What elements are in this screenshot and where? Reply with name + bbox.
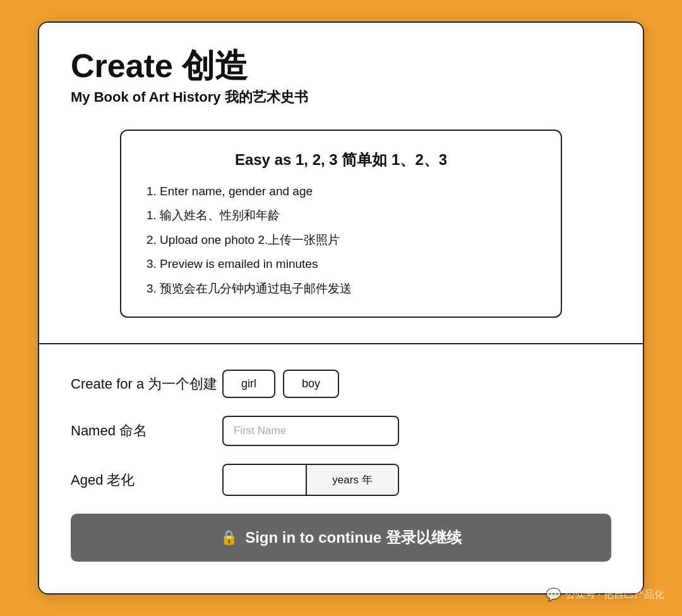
wechat-icon: 💬 — [546, 587, 561, 602]
age-input-group: years 年 — [222, 464, 399, 496]
instruction-line-3: 2. Upload one photo 2.上传一张照片 — [147, 231, 535, 250]
age-label: Aged 老化 — [71, 471, 222, 490]
age-row: Aged 老化 years 年 — [71, 464, 611, 496]
sign-in-button[interactable]: 🔒 Sign in to continue 登录以继续 — [71, 514, 611, 562]
boy-button[interactable]: boy — [283, 370, 339, 398]
gender-buttons: girl boy — [222, 370, 339, 398]
name-row: Named 命名 — [71, 416, 611, 446]
top-section: Create 创造 My Book of Art History 我的艺术史书 … — [39, 23, 643, 345]
sign-in-label: Sign in to continue 登录以继续 — [245, 528, 462, 548]
first-name-input[interactable] — [222, 416, 399, 446]
gender-row: Create for a 为一个创建 girl boy — [71, 370, 611, 398]
instruction-line-4: 3. Preview is emailed in minutes — [147, 255, 535, 274]
girl-button[interactable]: girl — [222, 370, 275, 398]
page-title: Create 创造 — [71, 48, 611, 84]
wechat-footer: 💬 公众号 · 把自己产品化 — [546, 587, 664, 602]
instructions-heading: Easy as 1, 2, 3 简单如 1、2、3 — [147, 150, 535, 170]
form-section: Create for a 为一个创建 girl boy Named 命名 Age… — [39, 344, 643, 593]
instructions-box: Easy as 1, 2, 3 简单如 1、2、3 1. Enter name,… — [120, 130, 562, 318]
lock-icon: 🔒 — [220, 529, 237, 546]
instruction-line-2: 1. 输入姓名、性别和年龄 — [147, 207, 535, 225]
instruction-line-5: 3. 预览会在几分钟内通过电子邮件发送 — [147, 280, 535, 298]
age-unit-label: years 年 — [306, 465, 398, 495]
page-subtitle: My Book of Art History 我的艺术史书 — [71, 88, 611, 107]
name-label: Named 命名 — [71, 421, 222, 440]
age-input[interactable] — [224, 466, 306, 494]
wechat-text: 公众号 · 把自己产品化 — [565, 588, 664, 601]
main-card: Create 创造 My Book of Art History 我的艺术史书 … — [38, 21, 644, 595]
instruction-line-1: 1. Enter name, gender and age — [147, 183, 535, 201]
gender-label: Create for a 为一个创建 — [71, 375, 222, 394]
